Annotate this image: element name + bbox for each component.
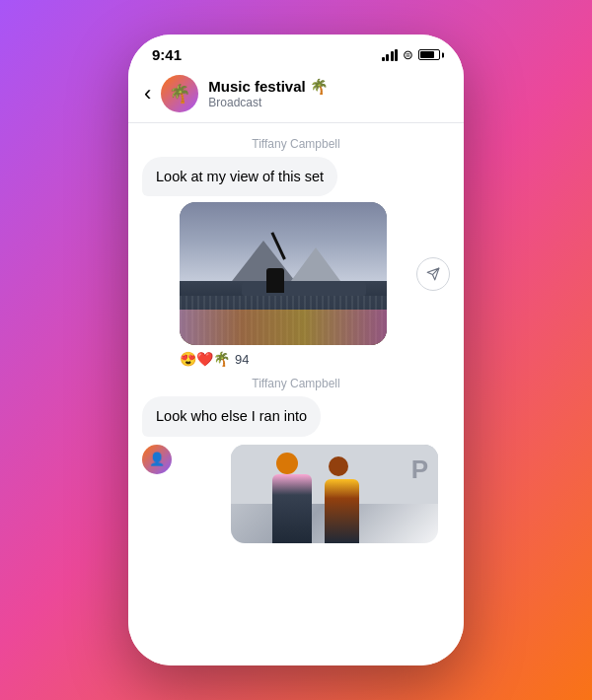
message-row: Look at my view of this set bbox=[128, 155, 464, 198]
back-button[interactable]: ‹ bbox=[144, 81, 151, 106]
header-info: Music festival 🌴 Broadcast bbox=[208, 78, 329, 109]
reaction-count: 94 bbox=[235, 352, 249, 367]
sender-label-2: Tiffany Campbell bbox=[128, 377, 464, 390]
message-row-2: Look who else I ran into bbox=[128, 394, 464, 438]
chat-header: ‹ 🌴 Music festival 🌴 Broadcast bbox=[128, 67, 464, 123]
signal-icon bbox=[382, 49, 399, 61]
channel-avatar: 🌴 bbox=[161, 75, 198, 112]
message-bubble-incoming-1: Look at my view of this set bbox=[142, 157, 337, 196]
status-time: 9:41 bbox=[152, 46, 182, 63]
reaction-emojis: 😍❤️🌴 bbox=[180, 351, 230, 367]
phone-frame: 9:41 ⊜ ‹ 🌴 Music festival 🌴 Broadcast Ti… bbox=[128, 35, 464, 665]
battery-icon bbox=[418, 49, 440, 60]
channel-subtitle: Broadcast bbox=[208, 96, 329, 109]
channel-title: Music festival 🌴 bbox=[208, 78, 329, 96]
festival-photo-bubble[interactable]: P bbox=[231, 445, 438, 543]
status-bar: 9:41 ⊜ bbox=[128, 35, 464, 67]
reactions-row: 😍❤️🌴 94 bbox=[180, 351, 464, 367]
wifi-icon: ⊜ bbox=[403, 47, 413, 62]
sender-label-1: Tiffany Campbell bbox=[128, 137, 464, 151]
status-icons: ⊜ bbox=[382, 47, 441, 62]
dj-image bbox=[180, 202, 387, 345]
share-button[interactable] bbox=[416, 257, 450, 291]
background-letter: P bbox=[411, 455, 428, 485]
chat-body: Tiffany Campbell Look at my view of this… bbox=[128, 123, 464, 665]
lower-image-row: 👤 P bbox=[128, 443, 464, 545]
dj-image-bubble[interactable] bbox=[180, 202, 387, 345]
message-bubble-incoming-2: Look who else I ran into bbox=[142, 396, 321, 436]
festival-photo-content: P bbox=[231, 445, 438, 543]
image-section-1 bbox=[128, 200, 464, 347]
dj-scene bbox=[180, 202, 387, 345]
sender-avatar: 👤 bbox=[142, 445, 172, 474]
